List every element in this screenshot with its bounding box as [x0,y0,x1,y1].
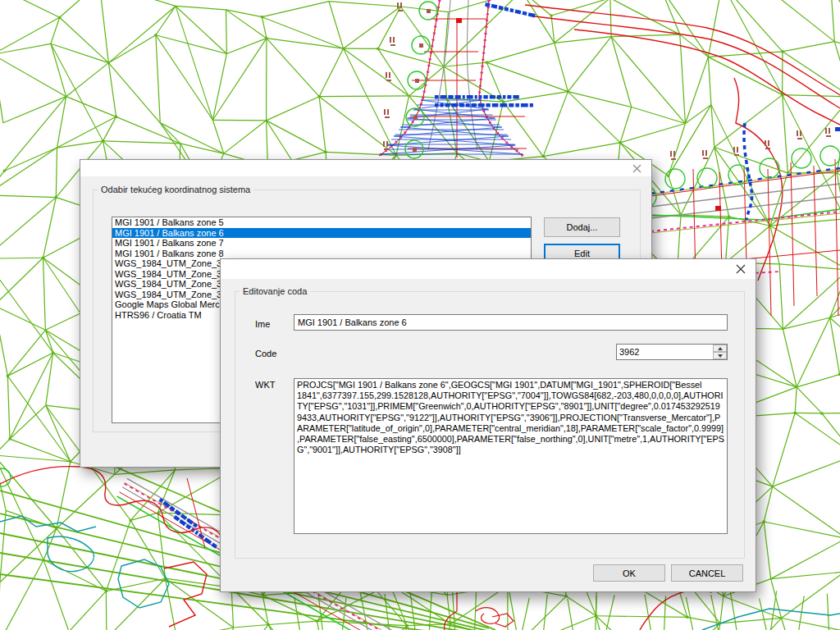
dialog1-close-icon[interactable] [622,160,651,176]
wkt-label: WKT [255,380,275,390]
list-item[interactable]: MGI 1901 / Balkans zone 5 [112,217,531,228]
spinner-up-button[interactable] [713,345,727,352]
ok-button[interactable]: OK [593,564,665,582]
name-input[interactable] [294,314,728,331]
cancel-button[interactable]: CANCEL [671,564,743,582]
list-item[interactable]: MGI 1901 / Balkans zone 8 [112,249,531,259]
dodaj-button[interactable]: Dodaj... [544,217,620,237]
wkt-textarea[interactable]: PROJCS["MGI 1901 / Balkans zone 6",GEOGC… [294,378,728,534]
code-label: Code [255,349,276,358]
app-window: Odabir tekućeg koordinatnog sistema MGI … [0,0,840,630]
edit-code-group-title: Editovanje coda [240,286,310,296]
code-input[interactable] [617,345,713,359]
list-item[interactable]: MGI 1901 / Balkans zone 7 [112,238,531,249]
coordinate-group-title: Odabir tekućeg koordinatnog sistema [98,185,253,194]
code-spinner [616,344,728,360]
arrow-up-icon [718,347,723,350]
dialog2-close-icon[interactable] [726,259,756,279]
edit-code-dialog: Editovanje coda Ime Code WKT PROJCS["MGI… [220,258,756,592]
list-item[interactable]: MGI 1901 / Balkans zone 6 [112,228,531,239]
spinner-buttons [713,345,727,359]
dialog1-titlebar [80,160,651,176]
name-label: Ime [255,319,270,329]
dialog2-titlebar [221,259,756,279]
spinner-down-button[interactable] [713,352,727,359]
arrow-down-icon [718,354,723,358]
